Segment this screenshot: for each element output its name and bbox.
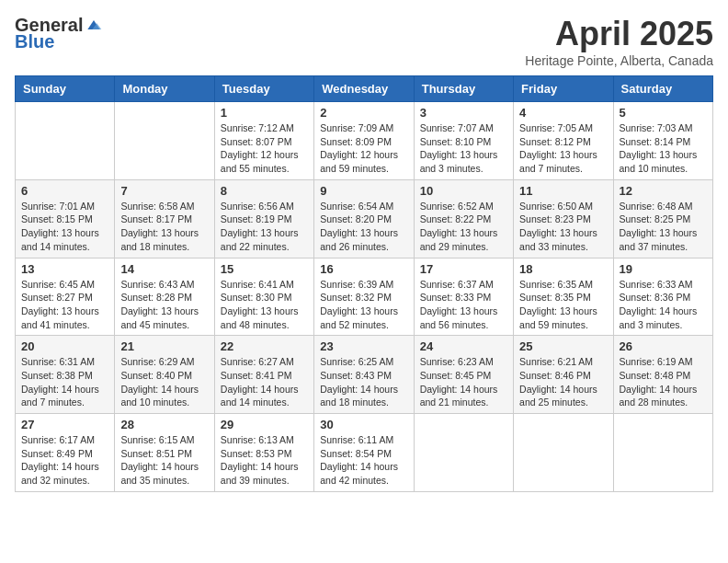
calendar-day-cell: 29Sunrise: 6:13 AM Sunset: 8:53 PM Dayli… — [214, 414, 313, 492]
calendar-day-cell: 2Sunrise: 7:09 AM Sunset: 8:09 PM Daylig… — [314, 102, 414, 180]
day-info: Sunrise: 6:11 AM Sunset: 8:54 PM Dayligh… — [320, 433, 407, 488]
day-info: Sunrise: 6:25 AM Sunset: 8:43 PM Dayligh… — [320, 355, 407, 409]
calendar-day-cell: 7Sunrise: 6:58 AM Sunset: 8:17 PM Daylig… — [115, 179, 214, 258]
day-info: Sunrise: 6:19 AM Sunset: 8:48 PM Dayligh… — [620, 355, 707, 409]
day-number: 7 — [120, 184, 208, 198]
calendar-day-cell: 5Sunrise: 7:03 AM Sunset: 8:14 PM Daylig… — [613, 102, 712, 180]
calendar-day-cell: 28Sunrise: 6:15 AM Sunset: 8:51 PM Dayli… — [115, 414, 214, 492]
day-info: Sunrise: 7:09 AM Sunset: 8:09 PM Dayligh… — [320, 121, 407, 176]
month-title: April 2025 — [525, 15, 713, 53]
calendar-week-row: 1Sunrise: 7:12 AM Sunset: 8:07 PM Daylig… — [16, 102, 713, 180]
logo-blue: Blue — [15, 31, 103, 52]
calendar-week-row: 27Sunrise: 6:17 AM Sunset: 8:49 PM Dayli… — [16, 414, 713, 492]
title-block: April 2025 Heritage Pointe, Alberta, Can… — [525, 15, 713, 68]
calendar-day-cell — [16, 102, 115, 180]
day-number: 6 — [21, 184, 108, 198]
calendar-day-cell: 20Sunrise: 6:31 AM Sunset: 8:38 PM Dayli… — [16, 336, 115, 414]
calendar-day-cell — [613, 414, 712, 492]
day-number: 18 — [519, 262, 607, 276]
day-number: 14 — [120, 262, 208, 276]
day-info: Sunrise: 6:41 AM Sunset: 8:30 PM Dayligh… — [221, 278, 308, 332]
day-of-week-header: Wednesday — [314, 76, 414, 102]
day-info: Sunrise: 7:05 AM Sunset: 8:12 PM Dayligh… — [519, 121, 607, 176]
page-header: General Blue April 2025 Heritage Pointe,… — [15, 15, 713, 68]
day-number: 27 — [21, 418, 108, 431]
day-number: 1 — [221, 106, 308, 120]
calendar-day-cell: 4Sunrise: 7:05 AM Sunset: 8:12 PM Daylig… — [514, 102, 613, 180]
day-info: Sunrise: 6:39 AM Sunset: 8:32 PM Dayligh… — [320, 278, 407, 332]
day-number: 3 — [420, 106, 507, 120]
day-number: 9 — [320, 184, 407, 198]
day-of-week-header: Monday — [115, 76, 214, 102]
calendar-day-cell: 24Sunrise: 6:23 AM Sunset: 8:45 PM Dayli… — [414, 336, 513, 414]
day-number: 8 — [221, 184, 308, 198]
calendar-day-cell — [115, 102, 214, 180]
day-info: Sunrise: 6:50 AM Sunset: 8:23 PM Dayligh… — [519, 200, 607, 254]
day-of-week-header: Tuesday — [214, 76, 313, 102]
day-of-week-header: Saturday — [613, 76, 712, 102]
day-info: Sunrise: 6:48 AM Sunset: 8:25 PM Dayligh… — [620, 200, 707, 254]
calendar-header-row: SundayMondayTuesdayWednesdayThursdayFrid… — [16, 76, 713, 102]
calendar-week-row: 20Sunrise: 6:31 AM Sunset: 8:38 PM Dayli… — [16, 336, 713, 414]
calendar-day-cell: 19Sunrise: 6:33 AM Sunset: 8:36 PM Dayli… — [613, 258, 712, 336]
day-of-week-header: Friday — [514, 76, 613, 102]
day-info: Sunrise: 6:29 AM Sunset: 8:40 PM Dayligh… — [120, 355, 208, 409]
logo-text: General Blue — [15, 15, 103, 52]
calendar-day-cell: 16Sunrise: 6:39 AM Sunset: 8:32 PM Dayli… — [314, 258, 414, 336]
day-info: Sunrise: 6:33 AM Sunset: 8:36 PM Dayligh… — [620, 278, 707, 332]
calendar-day-cell: 25Sunrise: 6:21 AM Sunset: 8:46 PM Dayli… — [514, 336, 613, 414]
calendar-day-cell: 10Sunrise: 6:52 AM Sunset: 8:22 PM Dayli… — [414, 179, 513, 258]
logo: General Blue — [15, 15, 103, 52]
day-number: 25 — [519, 339, 607, 353]
day-info: Sunrise: 7:12 AM Sunset: 8:07 PM Dayligh… — [221, 121, 308, 176]
day-info: Sunrise: 6:15 AM Sunset: 8:51 PM Dayligh… — [120, 433, 208, 488]
calendar-day-cell — [514, 414, 613, 492]
day-number: 23 — [320, 339, 407, 353]
calendar-day-cell: 14Sunrise: 6:43 AM Sunset: 8:28 PM Dayli… — [115, 258, 214, 336]
day-number: 19 — [620, 262, 707, 276]
calendar-day-cell: 15Sunrise: 6:41 AM Sunset: 8:30 PM Dayli… — [214, 258, 313, 336]
day-of-week-header: Sunday — [16, 76, 115, 102]
day-info: Sunrise: 6:17 AM Sunset: 8:49 PM Dayligh… — [21, 433, 108, 488]
day-number: 2 — [320, 106, 407, 120]
day-number: 26 — [620, 339, 707, 353]
day-info: Sunrise: 6:58 AM Sunset: 8:17 PM Dayligh… — [120, 200, 208, 254]
day-info: Sunrise: 6:52 AM Sunset: 8:22 PM Dayligh… — [420, 200, 507, 254]
calendar-day-cell: 1Sunrise: 7:12 AM Sunset: 8:07 PM Daylig… — [214, 102, 313, 180]
day-info: Sunrise: 6:27 AM Sunset: 8:41 PM Dayligh… — [221, 355, 308, 409]
calendar-day-cell: 21Sunrise: 6:29 AM Sunset: 8:40 PM Dayli… — [115, 336, 214, 414]
calendar-day-cell: 23Sunrise: 6:25 AM Sunset: 8:43 PM Dayli… — [314, 336, 414, 414]
calendar-day-cell: 6Sunrise: 7:01 AM Sunset: 8:15 PM Daylig… — [16, 179, 115, 258]
calendar-day-cell: 12Sunrise: 6:48 AM Sunset: 8:25 PM Dayli… — [613, 179, 712, 258]
day-number: 30 — [320, 418, 407, 431]
day-number: 16 — [320, 262, 407, 276]
day-of-week-header: Thursday — [414, 76, 513, 102]
day-info: Sunrise: 6:54 AM Sunset: 8:20 PM Dayligh… — [320, 200, 407, 254]
day-info: Sunrise: 6:23 AM Sunset: 8:45 PM Dayligh… — [420, 355, 507, 409]
day-info: Sunrise: 6:35 AM Sunset: 8:35 PM Dayligh… — [519, 278, 607, 332]
calendar-day-cell: 8Sunrise: 6:56 AM Sunset: 8:19 PM Daylig… — [214, 179, 313, 258]
calendar-day-cell — [414, 414, 513, 492]
calendar-day-cell: 3Sunrise: 7:07 AM Sunset: 8:10 PM Daylig… — [414, 102, 513, 180]
day-info: Sunrise: 6:56 AM Sunset: 8:19 PM Dayligh… — [221, 200, 308, 254]
day-info: Sunrise: 6:13 AM Sunset: 8:53 PM Dayligh… — [221, 433, 308, 488]
calendar-day-cell: 27Sunrise: 6:17 AM Sunset: 8:49 PM Dayli… — [16, 414, 115, 492]
day-number: 29 — [221, 418, 308, 431]
calendar-day-cell: 26Sunrise: 6:19 AM Sunset: 8:48 PM Dayli… — [613, 336, 712, 414]
day-info: Sunrise: 7:01 AM Sunset: 8:15 PM Dayligh… — [21, 200, 108, 254]
day-number: 24 — [420, 339, 507, 353]
calendar-day-cell: 30Sunrise: 6:11 AM Sunset: 8:54 PM Dayli… — [314, 414, 414, 492]
day-number: 12 — [620, 184, 707, 198]
day-info: Sunrise: 6:43 AM Sunset: 8:28 PM Dayligh… — [120, 278, 208, 332]
day-number: 4 — [519, 106, 607, 120]
calendar-day-cell: 18Sunrise: 6:35 AM Sunset: 8:35 PM Dayli… — [514, 258, 613, 336]
day-info: Sunrise: 7:07 AM Sunset: 8:10 PM Dayligh… — [420, 121, 507, 176]
day-info: Sunrise: 6:45 AM Sunset: 8:27 PM Dayligh… — [21, 278, 108, 332]
calendar-table: SundayMondayTuesdayWednesdayThursdayFrid… — [15, 75, 713, 492]
day-number: 13 — [21, 262, 108, 276]
day-number: 28 — [120, 418, 208, 431]
calendar-day-cell: 11Sunrise: 6:50 AM Sunset: 8:23 PM Dayli… — [514, 179, 613, 258]
calendar-day-cell: 22Sunrise: 6:27 AM Sunset: 8:41 PM Dayli… — [214, 336, 313, 414]
day-info: Sunrise: 6:31 AM Sunset: 8:38 PM Dayligh… — [21, 355, 108, 409]
location: Heritage Pointe, Alberta, Canada — [525, 53, 713, 68]
